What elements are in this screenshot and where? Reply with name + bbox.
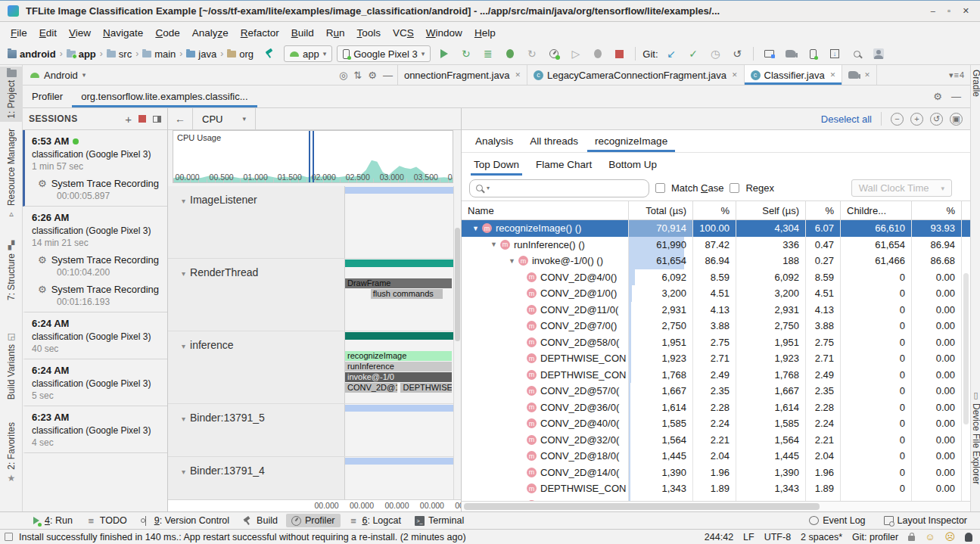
breadcrumb-item-src[interactable]: src [105, 48, 133, 61]
session-item[interactable]: 6:24 AMclassification (Google Pixel 3)40… [23, 312, 167, 359]
git-commit-button[interactable]: ✓ [685, 45, 702, 62]
minimize-window-icon[interactable]: – [931, 6, 935, 16]
scrollbar-thumb[interactable] [464, 503, 820, 510]
sidebar-item-favorites[interactable]: 2: Favorites ★ [0, 422, 23, 483]
close-icon[interactable]: ✕ [830, 71, 836, 79]
toolwindow-toggle-icon[interactable] [5, 533, 13, 541]
subtab-flame-chart[interactable]: Flame Chart [533, 153, 595, 176]
table-row[interactable]: mCONV_2D@58/0(1,9512.751,9512.7500.00 [462, 334, 970, 351]
expand-arrow-icon[interactable]: ▼ [509, 257, 515, 265]
menu-file[interactable]: File [5, 25, 33, 41]
notification-icon[interactable] [965, 533, 972, 542]
trace-event[interactable] [345, 332, 461, 340]
trace-event[interactable] [345, 405, 461, 412]
line-separator[interactable]: LF [743, 532, 754, 542]
trace-event[interactable]: CONV_2D@14/0 [345, 383, 397, 393]
subtab-bottom-up[interactable]: Bottom Up [605, 153, 660, 176]
table-row[interactable]: mDEPTHWISE_CON1,9232.711,9232.7100.00 [462, 350, 970, 367]
search-everywhere-button[interactable] [848, 45, 866, 62]
recording-item[interactable]: ⚙System Trace Recording00:01:16.193 [32, 284, 160, 307]
project-view-select[interactable]: Android ▾ [23, 65, 334, 85]
debug-button[interactable] [501, 45, 518, 62]
editor-tab-classifier-java[interactable]: cClassifier.java✕ [745, 65, 843, 85]
sdk-manager-button[interactable]: ↓ [826, 45, 844, 62]
close-icon[interactable]: ✕ [864, 71, 870, 79]
cpu-stage-select[interactable]: CPU ▾ [192, 108, 256, 129]
recording-item[interactable]: ⚙System Trace Recording00:10:04.200 [32, 254, 160, 278]
menu-tools[interactable]: Tools [351, 25, 387, 41]
happy-face-icon[interactable]: ☺ [925, 532, 935, 542]
gear-icon[interactable]: ⚙ [933, 91, 942, 102]
editor-tab-gradle[interactable]: ✕ [842, 65, 877, 85]
git-revert-button[interactable]: ↺ [729, 45, 746, 62]
table-row[interactable]: ▼mrecognizeImage() ()70,914100.004,3046.… [462, 220, 970, 237]
attach-profiler-button[interactable]: ↻ [523, 45, 540, 62]
stop-recording-button[interactable] [138, 115, 146, 123]
menu-build[interactable]: Build [285, 25, 320, 41]
breadcrumb-item-org[interactable]: org [226, 48, 255, 61]
profile-button[interactable] [545, 45, 562, 62]
menu-vcs[interactable]: VCS [387, 25, 420, 41]
sidebar-item-structure[interactable]: ▞ 7: Structure [0, 241, 23, 300]
run-configuration-select[interactable]: app ▾ [284, 45, 332, 62]
editor-tab-onnectionfragment-java[interactable]: onnectionFragment.java✕ [398, 65, 527, 85]
selection-line-right[interactable] [313, 131, 314, 182]
menu-navigate[interactable]: Navigate [97, 25, 149, 41]
recording-item[interactable]: ⚙System Trace Recording00:00:05.897 [32, 178, 160, 201]
collapse-icon[interactable]: ▾ [182, 269, 185, 278]
hide-panel-icon[interactable]: — [951, 91, 961, 102]
toolwindow-terminal[interactable]: Terminal [409, 514, 469, 527]
close-window-icon[interactable]: ✕ [963, 6, 969, 16]
trace-event[interactable] [345, 458, 461, 465]
caret-position[interactable]: 244:42 [705, 532, 733, 542]
trace-event[interactable]: runInference [345, 362, 452, 371]
lock-icon[interactable] [908, 536, 915, 541]
trace-event[interactable] [345, 187, 461, 194]
collapse-sessions-icon[interactable] [153, 116, 161, 123]
table-row[interactable]: ▼mrunInference() ()61,99087.423360.4761,… [462, 237, 970, 253]
apply-code-changes-button[interactable]: ≣ [479, 45, 496, 62]
sidebar-item-gradle[interactable]: Gradle [971, 70, 980, 97]
project-structure-button[interactable] [761, 45, 778, 62]
regex-checkbox[interactable] [730, 183, 739, 193]
thread-row-renderthread[interactable]: ▾RenderThreadDrawFrameflush commands [168, 259, 461, 331]
toolwindow-build[interactable]: Build [238, 514, 283, 527]
table-row[interactable]: mCONV_2D@14/0(1,3901.961,3901.9600.00 [462, 465, 970, 481]
table-row[interactable]: mDEPTHWISE_CON1,7682.491,7682.4900.00 [462, 367, 970, 384]
profile-avatar-button[interactable] [870, 45, 888, 62]
menu-edit[interactable]: Edit [33, 25, 63, 41]
cpu-usage-chart[interactable]: CPU Usage 00.00000.50001.00001.50002.000… [173, 130, 453, 183]
thread-row-inference[interactable]: ▾inferencerecognizeImagerunInferenceinvo… [168, 331, 461, 404]
tab-recognizeimage[interactable]: recognizeImage [587, 130, 675, 152]
scrollbar-thumb[interactable] [963, 273, 969, 424]
git-history-button[interactable]: ◷ [707, 45, 724, 62]
table-horizontal-scrollbar[interactable] [462, 501, 970, 511]
breadcrumb-item-main[interactable]: main [141, 48, 177, 61]
device-select[interactable]: Google Pixel 3 ▾ [337, 45, 431, 62]
gear-icon[interactable]: ⚙ [368, 70, 377, 81]
avd-manager-button[interactable] [804, 45, 822, 62]
tab-profiler-session[interactable]: org.tensorflow.lite.examples.classific..… [72, 85, 257, 107]
thread-row-imagelistener[interactable]: ▾ImageListener [168, 186, 461, 259]
selection-line-left[interactable] [309, 131, 310, 182]
menu-analyze[interactable]: Analyze [186, 25, 235, 41]
locate-file-icon[interactable]: ◎ [339, 70, 347, 81]
table-row[interactable]: mCONV_2D@7/0()2,7503.882,7503.8800.00 [462, 318, 970, 334]
git-update-button[interactable]: ↙ [663, 45, 680, 62]
menu-window[interactable]: Window [420, 25, 468, 41]
session-item[interactable]: 6:26 AMclassification (Google Pixel 3)14… [23, 207, 167, 312]
file-encoding[interactable]: UTF-8 [764, 532, 791, 542]
build-hammer-icon[interactable] [264, 48, 275, 59]
toolwindow-todo[interactable]: TODO [81, 514, 132, 527]
zoom-in-button[interactable]: + [910, 113, 923, 126]
toolwindow-event-log[interactable]: Event Log [804, 514, 870, 527]
session-item[interactable]: 6:53 AMclassification (Google Pixel 3)1 … [23, 130, 167, 207]
thread-row-binder-13791-4[interactable]: ▾Binder:13791_4 [168, 457, 461, 499]
git-branch[interactable]: Git: profiler [852, 532, 898, 542]
collapse-icon[interactable]: ▾ [182, 342, 185, 350]
toolwindow-6-logcat[interactable]: 6: Logcat [344, 514, 406, 527]
expand-arrow-icon[interactable]: ▼ [472, 225, 479, 232]
column-header-name[interactable]: Name [462, 201, 629, 219]
scrollbar-thumb[interactable] [455, 228, 460, 341]
run-button[interactable] [435, 45, 453, 62]
